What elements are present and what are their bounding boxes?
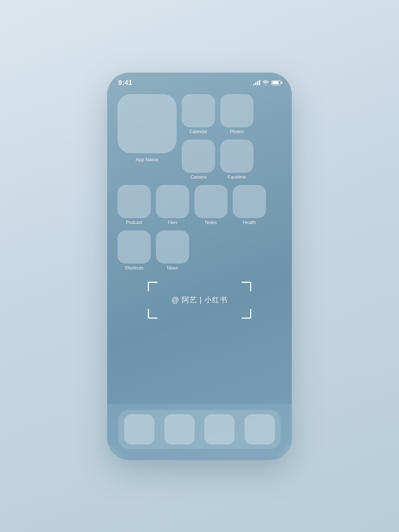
camera-icon (182, 140, 215, 173)
large-app-label: App Name (136, 157, 158, 162)
app-camera[interactable]: Camera (182, 140, 215, 180)
app-calender[interactable]: Calender (182, 94, 215, 134)
row1: Calender Photos (182, 94, 253, 134)
calender-icon (182, 94, 215, 127)
dock-inner (118, 410, 281, 449)
status-time: 9:41 (118, 79, 132, 87)
watermark-area: @ 阿艺 | 小红书 (117, 282, 282, 319)
status-icons (253, 80, 281, 85)
bracket-top-right (242, 282, 251, 291)
bracket-bottom-left (148, 309, 157, 319)
dock-icon-4[interactable] (245, 414, 275, 445)
app-shortcuts[interactable]: Shortcuts (117, 230, 151, 271)
app-files[interactable]: Files (156, 185, 189, 225)
brackets-container: @ 阿艺 | 小红书 (148, 282, 251, 319)
news-label: News (167, 265, 178, 271)
app-news[interactable]: News (156, 230, 189, 271)
dock-icon-2[interactable] (164, 414, 195, 445)
news-icon (156, 230, 189, 264)
notes-icon (194, 185, 228, 218)
health-icon (233, 185, 266, 218)
app-photos[interactable]: Photos (220, 94, 253, 134)
signal-icon (253, 80, 260, 85)
photos-label: Photos (230, 129, 243, 134)
app-podcast[interactable]: Podcast (117, 185, 151, 225)
phone-frame: 9:41 App Name (107, 72, 292, 460)
camera-label: Camera (191, 175, 207, 180)
row3: Podcast Files Notes Health (117, 185, 282, 225)
large-app-icon (117, 94, 177, 153)
health-label: Health (243, 220, 256, 225)
podcast-icon (117, 185, 151, 218)
shortcuts-label: Shortcuts (125, 265, 144, 271)
row4: Shortcuts News (117, 230, 282, 271)
files-label: Files (168, 220, 177, 225)
watermark-text: @ 阿艺 | 小红书 (171, 295, 228, 305)
app-health[interactable]: Health (233, 185, 266, 225)
notes-label: Notes (205, 220, 216, 225)
calender-label: Calender (190, 129, 208, 134)
facetime-icon (220, 140, 253, 173)
row2: Camera Facetime (182, 140, 253, 180)
photos-icon (220, 94, 253, 127)
right-column: Calender Photos Camera Facetime (182, 94, 253, 180)
top-row: App Name Calender Photos Came (117, 94, 282, 180)
battery-icon (271, 80, 281, 85)
app-grid: App Name Calender Photos Came (107, 90, 292, 271)
bracket-top-left (148, 282, 157, 291)
dock-icon-3[interactable] (204, 414, 235, 445)
dock-icon-1[interactable] (124, 414, 154, 445)
facetime-label: Facetime (228, 175, 246, 180)
app-notes[interactable]: Notes (194, 185, 228, 225)
large-app[interactable]: App Name (117, 94, 177, 180)
status-bar: 9:41 (107, 72, 292, 90)
bracket-bottom-right (242, 309, 251, 319)
files-icon (156, 185, 189, 218)
podcast-label: Podcast (126, 220, 142, 225)
wifi-icon (262, 80, 269, 85)
dock (107, 404, 292, 460)
shortcuts-icon (117, 230, 151, 264)
app-facetime[interactable]: Facetime (220, 140, 253, 180)
